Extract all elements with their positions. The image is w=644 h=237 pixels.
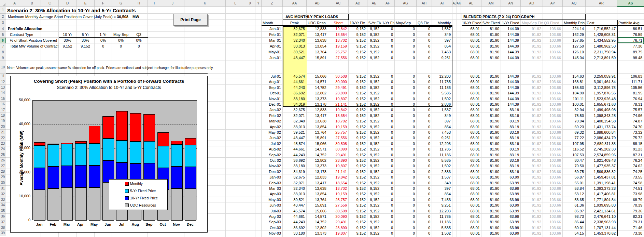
peak-cell[interactable]: Sep-02 xyxy=(262,152,282,158)
print-page-button[interactable]: Print Page xyxy=(173,14,208,26)
price-cell[interactable]: 1,391,198.41 xyxy=(586,180,617,186)
peak-cell[interactable]: 18,702 xyxy=(328,118,348,124)
peak-cell[interactable]: 13,854 xyxy=(307,191,328,197)
price-cell[interactable]: 81.90 xyxy=(481,102,501,107)
peak-cell[interactable]: 0 xyxy=(395,130,416,135)
price-cell[interactable]: 75.57 xyxy=(617,107,644,113)
price-cell[interactable]: 1,459,437.81 xyxy=(586,174,617,180)
price-cell[interactable]: 144.39 xyxy=(501,74,520,79)
price-cell[interactable]: 81.90 xyxy=(481,124,501,130)
price-cell[interactable]: 100.01 xyxy=(563,102,585,107)
select-all-corner[interactable] xyxy=(0,0,6,7)
price-cell[interactable]: 81.90 xyxy=(481,49,501,55)
price-cell[interactable]: 68.01 xyxy=(461,90,481,96)
price-cell[interactable]: 81.90 xyxy=(481,135,501,141)
price-cell[interactable]: 73.32 xyxy=(617,130,644,135)
price-cell[interactable]: 68.01 xyxy=(461,43,481,49)
price-cell[interactable]: 126.10 xyxy=(563,49,585,55)
row-header-24[interactable]: 24 xyxy=(0,146,6,152)
peak-cell[interactable]: 43,447 xyxy=(283,202,306,208)
price-cell[interactable]: 2,086,434.79 xyxy=(586,135,617,141)
row-header-2[interactable]: 2 xyxy=(0,14,6,20)
peak-cell[interactable]: 9,152 xyxy=(349,180,367,186)
peak-cell[interactable]: 9,152 xyxy=(367,141,381,146)
peak-cell[interactable]: 9,152 xyxy=(367,113,381,118)
peak-cell[interactable]: 0 xyxy=(381,130,394,135)
row-header-17[interactable]: 17 xyxy=(0,107,6,113)
price-cell[interactable]: 69.75 xyxy=(563,169,585,174)
price-cell[interactable]: 91.92 xyxy=(521,202,543,208)
peak-cell[interactable]: 0 xyxy=(395,113,416,118)
max-short-label[interactable]: Maximum Monthly Average Short Position t… xyxy=(7,14,116,20)
peak-cell[interactable]: 13,764 xyxy=(307,130,328,135)
price-cell[interactable]: 68.79 xyxy=(617,197,644,202)
price-cell[interactable]: 68.01 xyxy=(461,208,481,214)
peak-cell[interactable]: 0 xyxy=(395,158,416,163)
allocation-mw-cell[interactable]: 9,152 xyxy=(59,43,76,49)
column-header-AE[interactable]: AE xyxy=(367,0,381,7)
price-cell[interactable]: 91.92 xyxy=(521,32,543,38)
peak-cell[interactable]: 0 xyxy=(381,197,394,202)
price-cell[interactable]: 103.66 xyxy=(543,38,562,43)
peak-cell[interactable]: May-03 xyxy=(262,197,282,202)
price-cell[interactable]: 91.92 xyxy=(521,113,543,118)
peak-cell[interactable]: Jun-01 xyxy=(262,55,282,61)
price-cell[interactable]: 91.92 xyxy=(521,231,543,236)
peak-cell[interactable]: 30,508 xyxy=(328,141,348,146)
row-header-35[interactable]: 35 xyxy=(0,208,6,214)
price-cell[interactable]: 63.99 xyxy=(501,197,520,202)
price-cell[interactable]: 53.84 xyxy=(563,186,585,191)
price-cell[interactable]: 81.90 xyxy=(481,43,501,49)
price-cell[interactable]: 68.01 xyxy=(461,113,481,118)
row-header-23[interactable]: 23 xyxy=(0,141,6,146)
allocation-col-header[interactable]: 10-Yr xyxy=(59,32,76,38)
price-cell[interactable]: 103.66 xyxy=(543,141,562,146)
price-cell[interactable]: 81.90 xyxy=(481,146,501,152)
row-header-7[interactable]: 7 xyxy=(0,43,6,49)
peak-cell[interactable]: May-02 xyxy=(262,130,282,135)
peak-cell[interactable]: 9,152 xyxy=(349,197,367,202)
peak-cell[interactable]: 33,180 xyxy=(283,163,306,169)
peak-cell[interactable]: 0 xyxy=(395,197,416,202)
price-cell[interactable]: 91.92 xyxy=(521,90,543,96)
peak-cell[interactable]: 0 xyxy=(395,186,416,191)
peak-cell[interactable]: 9,152 xyxy=(349,202,367,208)
peak-cell[interactable]: 23,890 xyxy=(328,225,348,231)
peak-cell[interactable]: 0 xyxy=(417,163,432,169)
max-short-value[interactable]: 30,508 xyxy=(112,14,130,20)
peak-cell[interactable]: 11,186 xyxy=(432,152,452,158)
column-header-AJ[interactable]: AJ xyxy=(452,0,457,7)
peak-cell[interactable]: Feb-01 xyxy=(262,32,282,38)
peak-cell[interactable]: 0 xyxy=(417,107,432,113)
peak-cell[interactable]: Mar-03 xyxy=(262,186,282,191)
price-cell[interactable]: 81.90 xyxy=(481,107,501,113)
price-cell[interactable]: 91.92 xyxy=(521,85,543,90)
peak-cell[interactable]: 9,152 xyxy=(367,231,381,236)
peak-cell[interactable]: 1,502 xyxy=(432,163,452,169)
price-cell[interactable]: 68.01 xyxy=(461,146,481,152)
price-cell[interactable]: 103.66 xyxy=(543,55,562,61)
peak-cell[interactable]: 29,491 xyxy=(328,152,348,158)
price-cell[interactable]: 91.92 xyxy=(521,163,543,169)
price-cell[interactable]: 103.66 xyxy=(543,74,562,79)
price-cell[interactable]: 83.19 xyxy=(501,163,520,169)
peak-cell[interactable]: 9,152 xyxy=(367,225,381,231)
row-header-32[interactable]: 32 xyxy=(0,191,6,197)
price-cell[interactable]: 144.39 xyxy=(501,55,520,61)
row-header-5[interactable]: 5 xyxy=(0,32,6,38)
price-cell[interactable]: 68.01 xyxy=(461,152,481,158)
allocation-row-label[interactable]: % of Short Position Covered xyxy=(9,38,57,43)
price-cell[interactable]: 74.70 xyxy=(617,124,644,130)
peak-cell[interactable]: 25,757 xyxy=(328,130,348,135)
allocation-row-label[interactable]: Total MW Volume of Contract xyxy=(9,43,58,49)
price-cell[interactable]: 68.01 xyxy=(461,74,481,79)
peak-cell[interactable]: 15,066 xyxy=(307,141,328,146)
row-header-11[interactable]: 11 xyxy=(0,74,6,79)
peak-cell[interactable]: 0 xyxy=(417,219,432,225)
max-short-unit[interactable]: MW xyxy=(131,14,139,20)
price-cell[interactable]: 144.39 xyxy=(501,85,520,90)
row-header-33[interactable]: 33 xyxy=(0,197,6,202)
price-cell[interactable]: 91.92 xyxy=(521,49,543,55)
peak-cell[interactable]: 9,251 xyxy=(432,135,452,141)
price-cell[interactable]: 103.66 xyxy=(543,43,562,49)
